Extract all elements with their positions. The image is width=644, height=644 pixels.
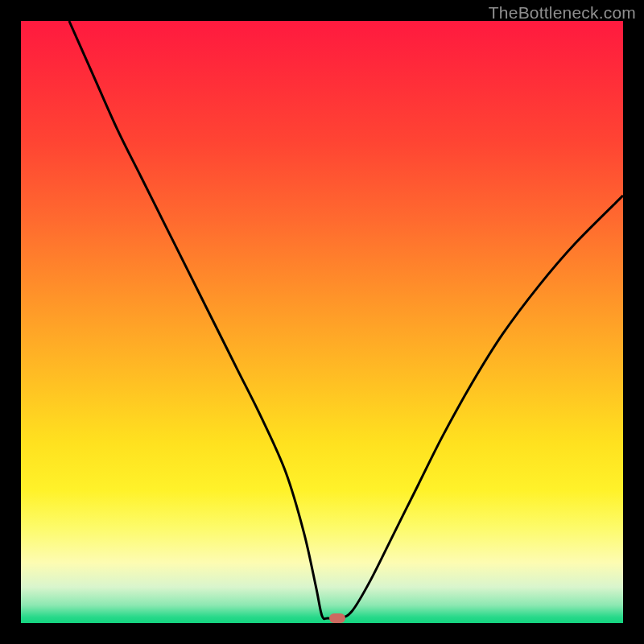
- optimal-point-marker: [329, 613, 345, 623]
- chart-frame: TheBottleneck.com: [0, 0, 644, 644]
- curve-path: [69, 21, 623, 619]
- plot-area: [21, 21, 623, 623]
- watermark-text: TheBottleneck.com: [489, 3, 636, 23]
- bottleneck-curve: [21, 21, 623, 623]
